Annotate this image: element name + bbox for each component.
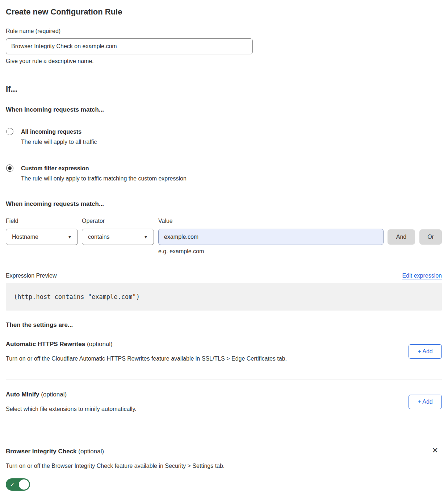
expression-preview-label: Expression Preview — [6, 272, 57, 280]
optional-label: (optional) — [41, 391, 67, 398]
expression-code: (http.host contains "example.com") — [14, 293, 140, 300]
radio-button[interactable] — [6, 165, 13, 172]
setting-browser-integrity-check: Browser Integrity Check (optional) ✕ Tur… — [6, 447, 442, 491]
expression-preview-code-block: (http.host contains "example.com") — [6, 283, 442, 311]
if-heading: If... — [6, 84, 442, 95]
setting-auto-minify: Auto Minify (optional) Select which file… — [6, 390, 442, 413]
value-help-text: e.g. example.com — [158, 248, 384, 255]
spacer — [6, 413, 442, 429]
setting-description: Turn on or off the Browser Integrity Che… — [6, 462, 442, 470]
setting-automatic-https-rewrites: Automatic HTTPS Rewrites (optional) Turn… — [6, 340, 442, 363]
and-button[interactable]: And — [388, 229, 415, 245]
rule-name-input[interactable] — [6, 38, 253, 54]
spacer — [6, 363, 442, 379]
rule-name-label: Rule name (required) — [6, 27, 442, 35]
expression-preview-header: Expression Preview Edit expression — [6, 272, 442, 280]
match-heading: When incoming requests match... — [6, 106, 442, 114]
operator-select[interactable]: contains ▼ — [82, 229, 154, 245]
or-button[interactable]: Or — [419, 229, 442, 245]
checkmark-icon: ✓ — [10, 482, 15, 488]
divider — [6, 379, 442, 379]
setting-title: Automatic HTTPS Rewrites (optional) — [6, 340, 400, 349]
radio-description: The rule will only apply to traffic matc… — [21, 174, 187, 183]
radio-option-custom-filter-expression[interactable]: Custom filter expression The rule will o… — [6, 164, 442, 183]
value-input[interactable] — [158, 229, 384, 245]
expression-builder-heading: When incoming requests match... — [6, 200, 442, 208]
create-configuration-rule-page: Create new Configuration Rule Rule name … — [0, 0, 448, 498]
expression-builder-row: Field Hostname ▼ Operator contains ▼ Val… — [6, 217, 442, 255]
radio-option-all-incoming-requests[interactable]: All incoming requests The rule will appl… — [6, 128, 442, 146]
radio-label: All incoming requests — [21, 128, 97, 136]
setting-title: Auto Minify (optional) — [6, 390, 400, 399]
add-automatic-https-rewrites-button[interactable]: + Add — [409, 344, 442, 359]
optional-label: (optional) — [87, 341, 113, 348]
page-title: Create new Configuration Rule — [6, 7, 442, 17]
close-icon[interactable]: ✕ — [432, 446, 438, 454]
field-select-value: Hostname — [12, 234, 38, 240]
divider — [6, 74, 442, 74]
optional-label: (optional) — [78, 448, 104, 455]
add-auto-minify-button[interactable]: + Add — [409, 395, 442, 409]
setting-description: Turn on or off the Cloudflare Automatic … — [6, 355, 400, 363]
divider — [6, 429, 442, 429]
radio-button[interactable] — [6, 128, 13, 135]
setting-title: Browser Integrity Check (optional) — [6, 447, 104, 456]
chevron-down-icon: ▼ — [68, 235, 72, 239]
operator-select-value: contains — [88, 234, 110, 240]
toggle-knob — [19, 479, 29, 490]
field-column-label: Field — [6, 217, 78, 225]
edit-expression-link[interactable]: Edit expression — [402, 272, 442, 280]
value-column-label: Value — [158, 217, 384, 225]
radio-description: The rule will apply to all traffic — [21, 138, 97, 146]
radio-label: Custom filter expression — [21, 164, 187, 172]
rule-name-help: Give your rule a descriptive name. — [6, 57, 442, 65]
setting-description: Select which file extensions to minify a… — [6, 405, 400, 413]
then-settings-heading: Then the settings are... — [6, 321, 442, 329]
operator-column-label: Operator — [82, 217, 154, 225]
browser-integrity-check-toggle[interactable]: ✓ — [6, 478, 30, 491]
field-select[interactable]: Hostname ▼ — [6, 229, 78, 245]
chevron-down-icon: ▼ — [144, 235, 148, 239]
